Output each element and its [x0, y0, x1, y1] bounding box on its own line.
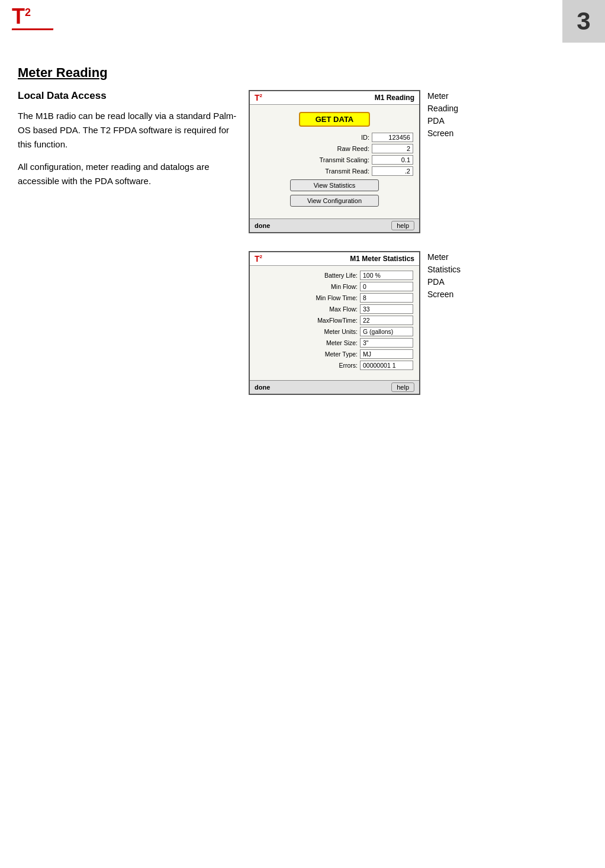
- field-id: ID: 123456: [256, 133, 413, 142]
- pda-body-statistics: Battery Life: 100 % Min Flow: 0 Min Flow…: [250, 266, 419, 377]
- stat-max-flow: Max Flow: 33: [256, 304, 413, 314]
- pda-logo-statistics: T2: [255, 255, 262, 263]
- footer-done-statistics: done: [255, 384, 270, 391]
- pda-title-reading: M1 Reading: [375, 94, 414, 102]
- stat-max-flow-value: 33: [360, 304, 413, 314]
- logo: T2: [12, 6, 59, 47]
- pda-header-statistics: T2 M1 Meter Statistics: [250, 252, 419, 266]
- stat-max-flow-time-label: MaxFlowTime:: [317, 317, 358, 324]
- view-configuration-button[interactable]: View Configuration: [290, 195, 379, 207]
- stat-meter-units: Meter Units: G (gallons): [256, 327, 413, 336]
- footer-done-reading: done: [255, 222, 270, 229]
- stat-min-flow-time-value: 8: [360, 293, 413, 303]
- screen1-wrapper: T2 M1 Reading GET DATA ID: 123456 Raw Re…: [249, 90, 461, 233]
- stat-min-flow-time-label: Min Flow Time:: [316, 294, 358, 301]
- field-transmit-scaling-value: 0.1: [372, 155, 413, 165]
- paragraph2: All configuration, meter reading and dat…: [18, 160, 237, 188]
- stat-min-flow-value: 0: [360, 282, 413, 291]
- main-content: Meter Reading Local Data Access The M1B …: [18, 65, 587, 395]
- stat-min-flow-label: Min Flow:: [331, 283, 358, 290]
- stat-battery-life-value: 100 %: [360, 271, 413, 280]
- subsection-title: Local Data Access: [18, 90, 237, 102]
- pda-footer-reading: done help: [250, 218, 419, 232]
- stat-meter-type: Meter Type: MJ: [256, 349, 413, 359]
- stat-meter-size: Meter Size: 3": [256, 338, 413, 348]
- stat-errors-value: 00000001 1: [360, 361, 413, 370]
- pda-header-reading: T2 M1 Reading: [250, 91, 419, 105]
- field-transmit-scaling: Transmit Scaling: 0.1: [256, 155, 413, 165]
- left-column: Local Data Access The M1B radio can be r…: [18, 90, 237, 395]
- stat-min-flow: Min Flow: 0: [256, 282, 413, 291]
- paragraph1: The M1B radio can be read locally via a …: [18, 109, 237, 152]
- two-column-layout: Local Data Access The M1B radio can be r…: [18, 90, 587, 395]
- stat-meter-size-value: 3": [360, 338, 413, 348]
- field-raw-reed-value: 2: [372, 144, 413, 153]
- stat-meter-type-label: Meter Type:: [325, 351, 358, 358]
- pda-logo-reading: T2: [255, 94, 262, 102]
- field-transmit-read: Transmit Read: .2: [256, 166, 413, 176]
- stat-errors-label: Errors:: [339, 362, 358, 369]
- field-id-value: 123456: [372, 133, 413, 142]
- section-title: Meter Reading: [18, 65, 587, 81]
- field-raw-reed: Raw Reed: 2: [256, 144, 413, 153]
- stat-max-flow-label: Max Flow:: [329, 306, 358, 313]
- field-transmit-read-label: Transmit Read:: [325, 168, 369, 175]
- help-button-statistics[interactable]: help: [391, 382, 414, 392]
- screen2-label: MeterStatisticsPDAScreen: [427, 251, 461, 301]
- stat-min-flow-time: Min Flow Time: 8: [256, 293, 413, 303]
- stat-meter-units-label: Meter Units:: [324, 328, 358, 335]
- view-statistics-button[interactable]: View Statistics: [290, 179, 379, 191]
- pda-body-reading: GET DATA ID: 123456 Raw Reed: 2 Transmit…: [250, 105, 419, 215]
- stat-battery-life-label: Battery Life:: [324, 272, 358, 279]
- field-id-label: ID:: [361, 134, 369, 141]
- help-button-reading[interactable]: help: [391, 221, 414, 230]
- stat-meter-size-label: Meter Size:: [326, 339, 358, 346]
- field-transmit-scaling-label: Transmit Scaling:: [319, 156, 369, 163]
- stat-max-flow-time: MaxFlowTime: 22: [256, 316, 413, 325]
- stat-meter-units-value: G (gallons): [360, 327, 413, 336]
- field-transmit-read-value: .2: [372, 166, 413, 176]
- pda-screen-statistics: T2 M1 Meter Statistics Battery Life: 100…: [249, 251, 420, 395]
- pda-title-statistics: M1 Meter Statistics: [350, 255, 414, 263]
- get-data-button[interactable]: GET DATA: [299, 112, 370, 127]
- stat-meter-type-value: MJ: [360, 349, 413, 359]
- stat-battery-life: Battery Life: 100 %: [256, 271, 413, 280]
- screen2-wrapper: T2 M1 Meter Statistics Battery Life: 100…: [249, 251, 461, 395]
- pda-footer-statistics: done help: [250, 380, 419, 394]
- screen1-label: MeterReadingPDAScreen: [427, 90, 458, 140]
- stat-errors: Errors: 00000001 1: [256, 361, 413, 370]
- field-raw-reed-label: Raw Reed:: [337, 145, 369, 152]
- page-number: 3: [562, 0, 605, 43]
- pda-screen-reading: T2 M1 Reading GET DATA ID: 123456 Raw Re…: [249, 90, 420, 233]
- stat-max-flow-time-value: 22: [360, 316, 413, 325]
- right-column: T2 M1 Reading GET DATA ID: 123456 Raw Re…: [249, 90, 461, 395]
